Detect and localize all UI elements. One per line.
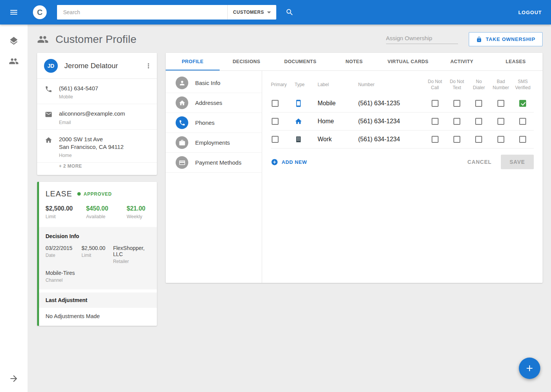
lease-status-badge: APPROVED: [77, 191, 112, 197]
checkbox-primary[interactable]: [272, 118, 279, 125]
col-primary: Primary: [271, 82, 295, 88]
tab-bar: PROFILE DECISIONS DOCUMENTS NOTES VIRTUA…: [166, 53, 543, 71]
subnav-item-employments[interactable]: Employments: [166, 133, 262, 153]
email-value: aliconnors@example.com: [59, 110, 125, 118]
assign-ownership-input[interactable]: [386, 35, 462, 41]
phone-row-number: (561) 634-1234: [358, 136, 424, 143]
checkbox-do-not-text[interactable]: [453, 100, 460, 107]
search-input[interactable]: [57, 5, 227, 20]
take-ownership-button[interactable]: TAKE OWNERSHIP: [469, 32, 543, 46]
subnav-item-basic-info[interactable]: Basic Info: [166, 73, 262, 93]
col-number: Number: [358, 82, 424, 88]
checkbox-sms-verified[interactable]: [519, 136, 526, 143]
profile-subnav: Basic Info Addresses Phones: [166, 71, 262, 283]
checkbox-do-not-call[interactable]: [432, 100, 439, 107]
phone-row-label: Mobile: [318, 100, 358, 107]
app-bar: C CUSTOMERS LOGOUT: [0, 0, 551, 24]
checkbox-do-not-text[interactable]: [453, 136, 460, 143]
checkbox-primary[interactable]: [272, 100, 279, 107]
phones-table-header: Primary Type Label Number Do Not Call Do…: [271, 71, 534, 95]
phone-row-label: Work: [318, 136, 358, 143]
address-line-1: 2000 SW 1st Ave: [59, 136, 124, 143]
customer-detail-card: PROFILE DECISIONS DOCUMENTS NOTES VIRTUA…: [166, 53, 543, 283]
chevron-down-icon: [267, 11, 271, 13]
hamburger-menu-icon[interactable]: [9, 8, 18, 17]
phone-label: Mobile: [59, 94, 98, 100]
decision-channel: Mobile-Tires Channel: [46, 270, 75, 283]
contact-row-phone: (561) 634-5407 Mobile: [37, 79, 157, 104]
left-rail: [0, 24, 28, 392]
col-type: Type: [295, 82, 318, 88]
tab-notes[interactable]: NOTES: [327, 53, 381, 70]
checkbox-primary[interactable]: [272, 136, 279, 143]
search-scope-dropdown[interactable]: CUSTOMERS: [227, 5, 276, 20]
global-search: CUSTOMERS: [57, 5, 276, 20]
logout-button[interactable]: LOGOUT: [518, 10, 542, 15]
lease-stat-weekly: $21.00 Weekly: [127, 205, 166, 219]
customer-summary-card: JD Jerome Delatour (561) 634-5407 Mobile: [37, 53, 157, 175]
arrow-forward-icon[interactable]: [9, 374, 19, 384]
tab-activity[interactable]: ACTIVITY: [435, 53, 489, 70]
checkbox-bad-number[interactable]: [497, 118, 504, 125]
address-line-2: San Francisco, CA 94112: [59, 143, 124, 151]
checkbox-sms-verified[interactable]: [519, 100, 526, 107]
email-label: Email: [59, 120, 125, 125]
people-icon: [37, 34, 49, 45]
checkbox-do-not-text[interactable]: [453, 118, 460, 125]
phone-icon: [176, 116, 188, 129]
smartphone-icon: [295, 100, 302, 107]
tab-decisions[interactable]: DECISIONS: [220, 53, 274, 70]
table-row: Home (561) 634-1234: [271, 113, 534, 131]
tab-documents[interactable]: DOCUMENTS: [273, 53, 327, 70]
assign-ownership-field: [386, 34, 458, 44]
phone-row-number: (561) 634-1234: [358, 118, 424, 125]
address-label: Home: [59, 153, 124, 158]
add-new-label: ADD NEW: [282, 159, 307, 165]
home-icon: [176, 96, 188, 109]
subnav-item-addresses[interactable]: Addresses: [166, 93, 262, 113]
checkbox-no-dialer[interactable]: [475, 136, 482, 143]
phone-row-label: Home: [318, 118, 358, 125]
decision-info-section: Decision Info 03/22/2015 Date $2,500.00 …: [39, 227, 157, 289]
table-row: Mobile (561) 634-1235: [271, 95, 534, 113]
add-circle-icon: [271, 158, 278, 166]
col-sms-verified: SMS Verified: [512, 78, 534, 91]
phone-row-number: (561) 634-1235: [358, 100, 424, 107]
tab-leases[interactable]: LEASES: [489, 53, 543, 70]
col-do-not-call: Do Not Call: [424, 78, 446, 91]
layers-icon[interactable]: [9, 36, 19, 46]
subnav-item-phones[interactable]: Phones: [166, 113, 262, 133]
show-more-link[interactable]: + 2 MORE: [37, 163, 157, 175]
add-fab-button[interactable]: [519, 358, 540, 379]
col-label: Label: [318, 82, 358, 88]
more-vert-icon[interactable]: [145, 62, 152, 70]
checkbox-do-not-call[interactable]: [432, 136, 439, 143]
cancel-button[interactable]: CANCEL: [468, 159, 492, 165]
lease-card: LEASE APPROVED $2,500.00 Limit $450.00 A…: [37, 182, 157, 326]
tab-profile[interactable]: PROFILE: [166, 53, 220, 70]
briefcase-icon: [176, 136, 188, 149]
tab-virtual-cards[interactable]: VIRTUAL CARDS: [381, 53, 435, 70]
col-no-dialer: No Dialer: [468, 78, 490, 91]
contact-row-address: 2000 SW 1st Ave San Francisco, CA 94112 …: [37, 130, 157, 163]
add-new-button[interactable]: ADD NEW: [271, 158, 307, 166]
checkbox-no-dialer[interactable]: [475, 118, 482, 125]
people-icon[interactable]: [9, 56, 19, 66]
checkbox-no-dialer[interactable]: [475, 100, 482, 107]
lease-title: LEASE: [46, 189, 72, 198]
decision-info-heading: Decision Info: [46, 233, 149, 239]
subnav-item-payment-methods[interactable]: Payment Methods: [166, 153, 262, 173]
decision-retailer: FlexShopper, LLC Retailer: [113, 245, 145, 264]
checkbox-sms-verified[interactable]: [519, 118, 526, 125]
person-icon: [176, 77, 188, 89]
save-button[interactable]: SAVE: [501, 155, 534, 169]
main-content: Customer Profile TAKE OWNERSHIP: [28, 24, 551, 392]
checkbox-bad-number[interactable]: [497, 136, 504, 143]
brand-logo: C: [33, 5, 47, 19]
checkbox-bad-number[interactable]: [497, 100, 504, 107]
checkbox-do-not-call[interactable]: [432, 118, 439, 125]
phones-table: Primary Type Label Number Do Not Call Do…: [262, 71, 543, 283]
lock-icon: [476, 36, 482, 42]
search-icon[interactable]: [285, 8, 294, 16]
decision-limit: $2,500.00 Limit: [82, 245, 105, 264]
